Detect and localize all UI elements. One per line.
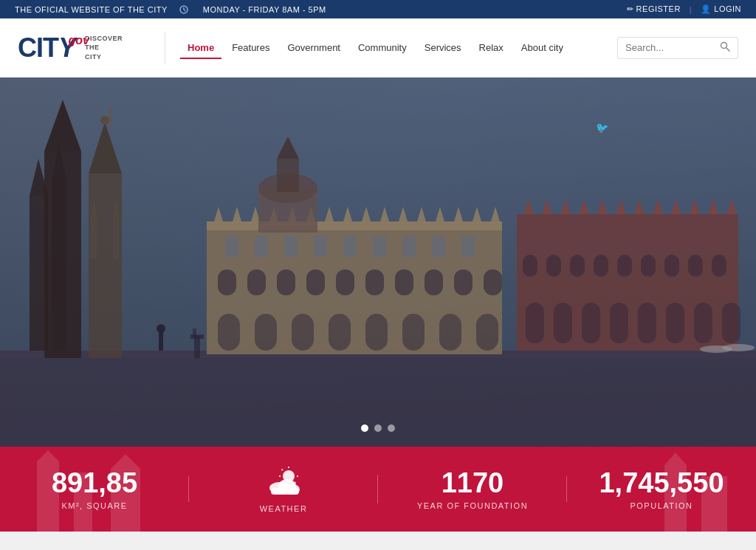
stat-foundation-value: 1170 [441,468,504,499]
stat-weather-label: WEATHER [260,504,308,513]
svg-line-2 [184,10,185,11]
top-bar-left: THE OFICIAL WEBSITE OF THE CITY MONDAY -… [15,4,326,14]
nav-services[interactable]: Services [417,36,469,59]
nav-community[interactable]: Community [351,36,414,59]
user-icon: 👤 [701,4,714,13]
carousel-dots [361,424,395,432]
main-nav: Home Features Government Community Servi… [180,36,617,59]
bird-decoration: 🐦 [596,122,608,134]
hours-separator [179,4,191,14]
bottom-area [0,532,756,550]
logo-city: CIT [18,35,58,61]
logo-area: CIT Y gov DISCOVER THE CITY [18,32,165,63]
logo[interactable]: CIT Y gov [18,32,76,63]
stat-population-label: POPULATION [630,501,693,510]
hours-text: MONDAY - FRIDAY 8AM - 5PM [203,5,326,14]
stat-foundation-label: YEAR OF FOUNDATION [417,501,528,510]
hero-section: 🐦 [0,78,756,447]
stat-area-value: 891,85 [52,468,137,499]
hero-city-scene [0,78,756,447]
svg-marker-110 [37,450,59,461]
top-bar-separator: | [690,5,692,14]
pencil-icon: ✏ [627,4,636,13]
logo-gov: gov [69,34,89,66]
nav-features[interactable]: Features [224,36,277,59]
logo-tagline: DISCOVER THE CITY [85,34,123,62]
nav-relax[interactable]: Relax [472,36,511,59]
svg-marker-115 [664,453,687,465]
svg-rect-108 [0,78,756,447]
search-input[interactable] [625,42,714,53]
carousel-dot-1[interactable] [361,424,368,432]
register-link[interactable]: ✏ REGISTER [627,4,681,14]
svg-line-4 [726,47,730,51]
stat-foundation: 1170 YEAR OF FOUNDATION [378,468,567,511]
top-bar-right: ✏ REGISTER | 👤 LOGIN [627,4,741,14]
nav-about-city[interactable]: About city [514,36,571,59]
stat-area-label: KM², SQUARE [61,501,127,510]
stats-bar: 891,85 KM², SQUARE WEATHER 1170 [0,447,756,532]
carousel-dot-2[interactable] [374,424,382,432]
carousel-dot-3[interactable] [388,424,395,432]
nav-home[interactable]: Home [180,36,221,59]
stat-area: 891,85 KM², SQUARE [0,468,189,511]
stat-population: 1,745,550 POPULATION [567,468,756,511]
svg-rect-127 [271,488,299,495]
search-area [617,37,738,59]
svg-line-122 [282,469,284,470]
nav-government[interactable]: Government [280,36,348,59]
login-link[interactable]: 👤 LOGIN [701,4,741,14]
search-icon[interactable] [720,41,730,55]
header: CIT Y gov DISCOVER THE CITY Home Feature… [0,18,756,78]
official-text: THE OFICIAL WEBSITE OF THE CITY [15,5,168,14]
stat-population-value: 1,745,550 [599,468,724,499]
stat-weather: WEATHER [189,466,378,513]
top-bar: THE OFICIAL WEBSITE OF THE CITY MONDAY -… [0,0,756,18]
weather-icon [265,466,302,501]
